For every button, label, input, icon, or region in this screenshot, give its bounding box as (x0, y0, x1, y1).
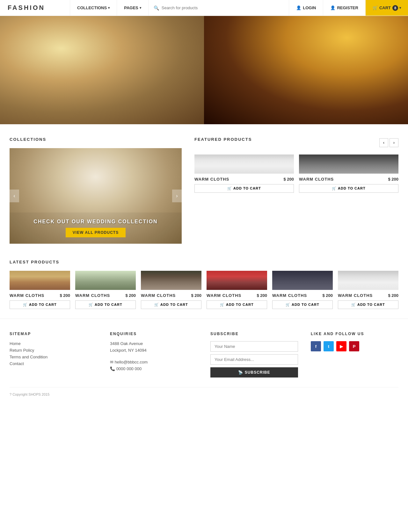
latest-product-1-add-cart[interactable]: 🛒 ADD TO CART (10, 300, 70, 309)
latest-product-4-image (207, 271, 267, 290)
featured-header: FEATURED PRODUCTS ‹ › (194, 137, 398, 148)
footer-subscribe: SUBSCRIBE 📡 SUBSCRIBE (210, 332, 298, 377)
footer: SITEMAP Home Return Policy Terms and Con… (0, 319, 408, 403)
latest-product-6: WARM CLOTHS $ 200 🛒 ADD TO CART (338, 271, 398, 290)
latest-products-section: LATEST PRODUCTS WARM CLOTHS $ 200 🛒 ADD … (10, 260, 398, 290)
featured-product-1: WARM CLOTHS $ 200 🛒 ADD TO CART (194, 155, 294, 174)
featured-product-1-image (194, 155, 294, 174)
facebook-icon[interactable]: f (311, 341, 321, 351)
latest-product-2: WARM CLOTHS $ 200 🛒 ADD TO CART (75, 271, 136, 290)
featured-product-1-name: WARM CLOTHS (194, 177, 229, 182)
sitemap-return-link[interactable]: Return Policy (10, 348, 97, 353)
main-content: COLLECTIONS ‹ › CHECK OUT OUR WEDDING CO… (0, 124, 408, 319)
featured-product-1-price: $ 200 (283, 177, 294, 182)
search-input[interactable] (162, 5, 284, 10)
featured-product-2-info: WARM CLOTHS $ 200 (299, 177, 398, 182)
enquiries-address1: 3488 Oak Avenue (110, 341, 198, 346)
sitemap-contact-link[interactable]: Contact (10, 361, 97, 366)
featured-prev-button[interactable]: ‹ (379, 138, 388, 147)
latest-product-5-info: WARM CLOTHS $ 200 (272, 293, 333, 298)
hero-woman-image (0, 16, 204, 124)
hero-section (0, 16, 408, 124)
cart-caret-icon: ▾ (399, 6, 401, 10)
latest-product-5-add-cart[interactable]: 🛒 ADD TO CART (272, 300, 333, 309)
site-logo[interactable]: FASHION (0, 0, 70, 16)
carousel-next-button[interactable]: › (172, 190, 182, 202)
featured-products-grid: WARM CLOTHS $ 200 🛒 ADD TO CART WARM CLO… (194, 155, 398, 174)
search-icon: 🔍 (154, 5, 159, 11)
latest-product-4-info: WARM CLOTHS $ 200 (207, 293, 267, 298)
latest-product-3-name: WARM CLOTHS (141, 293, 176, 298)
cart-badge: 8 (392, 5, 398, 11)
latest-product-2-image (75, 271, 136, 290)
subscribe-button[interactable]: 📡 SUBSCRIBE (210, 367, 298, 377)
search-container: 🔍 (149, 0, 289, 16)
subscribe-name-input[interactable] (210, 341, 298, 352)
cart-icon: 🛒 (373, 5, 378, 10)
cart-icon-tiny: 🛒 (89, 303, 93, 306)
latest-product-2-add-cart[interactable]: 🛒 ADD TO CART (75, 300, 136, 309)
featured-product-2-name: WARM CLOTHS (299, 177, 334, 182)
latest-product-1-name: WARM CLOTHS (10, 293, 44, 298)
navigation: FASHION COLLECTIONS ▾ PAGES ▾ 🔍 👤 LOGIN … (0, 0, 408, 16)
enquiries-title: ENQUIRIES (110, 332, 198, 336)
social-icons-container: f t ▶ P (311, 341, 398, 351)
featured-product-2-add-cart[interactable]: 🛒 ADD TO CART (299, 184, 398, 193)
latest-product-1-info: WARM CLOTHS $ 200 (10, 293, 70, 298)
subscribe-icon: 📡 (238, 370, 244, 375)
subscribe-email-input[interactable] (210, 354, 298, 365)
twitter-icon[interactable]: t (324, 341, 334, 351)
hero-left-panel (0, 16, 204, 124)
latest-product-3-info: WARM CLOTHS $ 200 (141, 293, 201, 298)
latest-product-1-image (10, 271, 70, 290)
nav-login[interactable]: 👤 LOGIN (289, 0, 323, 16)
latest-product-5: WARM CLOTHS $ 200 🛒 ADD TO CART (272, 271, 333, 290)
enquiries-email: ✉ hello@bbbcc.com (110, 360, 198, 364)
collections-caret-icon: ▾ (108, 6, 110, 10)
nav-collections[interactable]: COLLECTIONS ▾ (70, 0, 117, 16)
cart-icon-tiny: 🛒 (286, 303, 290, 306)
cart-icon-tiny: 🛒 (220, 303, 225, 306)
youtube-icon[interactable]: ▶ (336, 341, 346, 351)
copyright-text: ? Copyright SHOPS 2015 (10, 387, 398, 396)
pinterest-icon[interactable]: P (349, 341, 359, 351)
carousel-collection-title: CHECK OUT OUR WEDDING COLLECTION (16, 219, 175, 225)
latest-product-3: WARM CLOTHS $ 200 🛒 ADD TO CART (141, 271, 201, 290)
carousel-overlay: CHECK OUT OUR WEDDING COLLECTION VIEW AL… (10, 212, 182, 244)
cart-icon-tiny: 🛒 (23, 303, 28, 306)
latest-product-4: WARM CLOTHS $ 200 🛒 ADD TO CART (207, 271, 267, 290)
latest-product-6-name: WARM CLOTHS (338, 293, 373, 298)
collections-column: COLLECTIONS ‹ › CHECK OUT OUR WEDDING CO… (10, 137, 182, 244)
latest-product-2-price: $ 200 (125, 293, 136, 298)
sitemap-home-link[interactable]: Home (10, 341, 97, 346)
featured-product-2-image (299, 155, 398, 174)
cart-button[interactable]: 🛒 CART 8 ▾ (366, 0, 408, 16)
carousel-prev-button[interactable]: ‹ (10, 190, 19, 202)
featured-column: FEATURED PRODUCTS ‹ › WARM CLOTHS $ 200 … (194, 137, 398, 244)
featured-product-1-info: WARM CLOTHS $ 200 (194, 177, 294, 182)
sitemap-terms-link[interactable]: Terms and Condition (10, 355, 97, 359)
latest-product-1: WARM CLOTHS $ 200 🛒 ADD TO CART (10, 271, 70, 290)
featured-product-1-add-cart[interactable]: 🛒 ADD TO CART (194, 184, 294, 193)
nav-register[interactable]: 👤 REGISTER (323, 0, 365, 16)
register-icon: 👤 (330, 5, 335, 10)
sitemap-title: SITEMAP (10, 332, 97, 336)
enquiries-phone: 📞 0000 000 000 (110, 366, 198, 371)
email-icon: ✉ (110, 360, 115, 364)
nav-pages[interactable]: PAGES ▾ (117, 0, 149, 16)
latest-product-6-price: $ 200 (388, 293, 398, 298)
featured-next-button[interactable]: › (390, 138, 398, 147)
featured-title: FEATURED PRODUCTS (194, 137, 252, 142)
hero-right-panel (204, 16, 408, 124)
latest-product-6-add-cart[interactable]: 🛒 ADD TO CART (338, 300, 398, 309)
latest-product-3-add-cart[interactable]: 🛒 ADD TO CART (141, 300, 201, 309)
subscribe-title: SUBSCRIBE (210, 332, 298, 336)
latest-product-4-add-cart[interactable]: 🛒 ADD TO CART (207, 300, 267, 309)
follow-title: LIKE AND FOLLOW US (311, 332, 398, 336)
latest-products-grid: WARM CLOTHS $ 200 🛒 ADD TO CART WARM CLO… (10, 271, 398, 290)
latest-product-1-price: $ 200 (60, 293, 70, 298)
latest-product-4-name: WARM CLOTHS (207, 293, 241, 298)
pages-caret-icon: ▾ (140, 6, 141, 10)
latest-product-3-price: $ 200 (191, 293, 201, 298)
view-all-products-button[interactable]: VIEW ALL PRODUCTS (66, 228, 126, 237)
